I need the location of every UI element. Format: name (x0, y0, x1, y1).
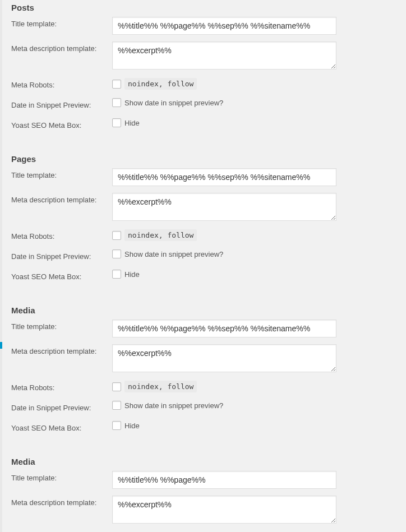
label-date-preview: Date in Snippet Preview: (11, 249, 112, 261)
settings-container: Posts Title template: Meta description t… (0, 0, 406, 532)
control-meta-desc: %%excerpt%% (112, 193, 406, 223)
meta-box-checkbox[interactable] (112, 421, 121, 430)
meta-desc-textarea[interactable]: %%excerpt%% (112, 193, 336, 221)
date-preview-text: Show date in snippet preview? (124, 250, 223, 258)
label-title-template: Title template: (11, 320, 112, 331)
label-meta-box: Yoast SEO Meta Box: (11, 421, 112, 432)
row-title-template: Title template: (11, 17, 406, 35)
row-title-template: Title template: (11, 471, 406, 489)
row-meta-robots: Meta Robots: noindex, follow (11, 229, 406, 243)
label-meta-desc: Meta description template: (11, 344, 112, 355)
row-date-preview: Date in Snippet Preview: Show date in sn… (11, 98, 406, 112)
section-heading: Media (11, 306, 406, 315)
row-date-preview: Date in Snippet Preview: Show date in sn… (11, 249, 406, 263)
date-preview-checkbox[interactable] (112, 98, 121, 107)
label-meta-desc: Meta description template: (11, 496, 112, 507)
row-meta-robots: Meta Robots: noindex, follow (11, 78, 406, 91)
control-title-template (112, 320, 406, 337)
label-title-template: Title template: (11, 17, 112, 28)
row-title-template: Title template: (11, 168, 406, 186)
meta-robots-code: noindex, follow (124, 381, 197, 392)
row-meta-robots: Meta Robots: noindex, follow (11, 381, 406, 394)
label-title-template: Title template: (11, 168, 112, 179)
label-meta-box: Yoast SEO Meta Box: (11, 118, 112, 129)
date-preview-checkbox[interactable] (112, 249, 121, 258)
title-template-input[interactable] (112, 168, 336, 186)
date-preview-checkbox[interactable] (112, 401, 121, 410)
control-meta-robots: noindex, follow (112, 229, 406, 241)
section-media-2: Media Title template: Meta description t… (11, 457, 406, 532)
meta-robots-code: noindex, follow (124, 78, 197, 90)
label-meta-robots: Meta Robots: (11, 229, 112, 240)
label-date-preview: Date in Snippet Preview: (11, 401, 112, 412)
section-media: Media Title template: Meta description t… (11, 306, 406, 434)
label-date-preview: Date in Snippet Preview: (11, 98, 112, 109)
section-heading: Pages (11, 154, 406, 164)
row-date-preview: Date in Snippet Preview: Show date in sn… (11, 401, 406, 414)
meta-desc-textarea[interactable]: %%excerpt%% (112, 496, 336, 524)
meta-desc-textarea[interactable]: %%excerpt%% (112, 41, 336, 70)
meta-robots-checkbox[interactable] (112, 231, 121, 240)
meta-robots-code: noindex, follow (124, 229, 197, 241)
label-meta-box: Yoast SEO Meta Box: (11, 270, 112, 281)
control-meta-box: Hide (112, 270, 406, 279)
meta-box-text: Hide (124, 119, 140, 127)
meta-robots-checkbox[interactable] (112, 80, 121, 89)
label-meta-desc: Meta description template: (11, 41, 112, 53)
title-template-input[interactable] (112, 320, 336, 337)
section-heading: Media (11, 457, 406, 466)
row-meta-box: Yoast SEO Meta Box: Hide (11, 118, 406, 132)
control-meta-desc: %%excerpt%% (112, 496, 406, 525)
section-heading: Posts (11, 3, 406, 12)
meta-robots-checkbox[interactable] (112, 382, 121, 391)
control-meta-robots: noindex, follow (112, 78, 406, 90)
date-preview-text: Show date in snippet preview? (124, 99, 223, 107)
label-meta-robots: Meta Robots: (11, 381, 112, 392)
meta-box-checkbox[interactable] (112, 270, 121, 279)
accent-marker (0, 342, 2, 349)
meta-box-checkbox[interactable] (112, 118, 121, 127)
title-template-input[interactable] (112, 471, 336, 489)
control-date-preview: Show date in snippet preview? (112, 98, 406, 107)
control-meta-desc: %%excerpt%% (112, 344, 406, 374)
control-date-preview: Show date in snippet preview? (112, 401, 406, 410)
row-meta-desc: Meta description template: %%excerpt%% (11, 496, 406, 525)
control-title-template (112, 168, 406, 186)
control-title-template (112, 471, 406, 489)
title-template-input[interactable] (112, 17, 336, 35)
row-meta-desc: Meta description template: %%excerpt%% (11, 344, 406, 374)
control-meta-box: Hide (112, 118, 406, 127)
meta-box-text: Hide (124, 270, 140, 279)
row-title-template: Title template: (11, 320, 406, 337)
control-meta-robots: noindex, follow (112, 381, 406, 392)
control-meta-box: Hide (112, 421, 406, 430)
date-preview-text: Show date in snippet preview? (124, 401, 223, 410)
label-title-template: Title template: (11, 471, 112, 482)
label-meta-desc: Meta description template: (11, 193, 112, 204)
meta-desc-textarea[interactable]: %%excerpt%% (112, 344, 336, 372)
section-pages: Pages Title template: Meta description t… (11, 154, 406, 283)
control-date-preview: Show date in snippet preview? (112, 249, 406, 258)
row-meta-box: Yoast SEO Meta Box: Hide (11, 270, 406, 283)
control-title-template (112, 17, 406, 35)
row-meta-box: Yoast SEO Meta Box: Hide (11, 421, 406, 434)
section-posts: Posts Title template: Meta description t… (11, 3, 406, 132)
label-meta-robots: Meta Robots: (11, 78, 112, 89)
control-meta-desc: %%excerpt%% (112, 41, 406, 71)
row-meta-desc: Meta description template: %%excerpt%% (11, 41, 406, 71)
meta-box-text: Hide (124, 422, 140, 430)
row-meta-desc: Meta description template: %%excerpt%% (11, 193, 406, 223)
